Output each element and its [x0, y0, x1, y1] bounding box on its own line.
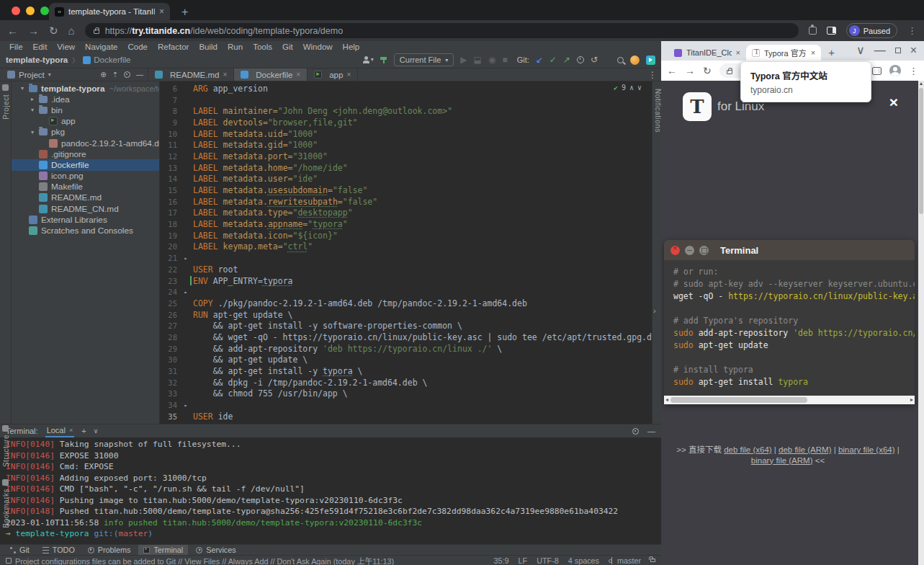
preview-menu-icon[interactable]: ⋮ — [909, 66, 918, 76]
project-stripe-label[interactable]: Project — [2, 94, 10, 120]
editor-tab-app[interactable]: app× — [308, 68, 358, 81]
tree-item-dockerfile[interactable]: Dockerfile — [12, 159, 159, 170]
menu-code[interactable]: Code — [122, 43, 153, 51]
download-link-deb-file-x64[interactable]: deb file (x64) — [724, 445, 771, 454]
page-close-icon[interactable]: × — [889, 94, 898, 111]
terminal-maximize-icon[interactable] — [699, 246, 709, 255]
editor-tab-dockerfile[interactable]: Dockerfile× — [234, 68, 308, 81]
terminal-close-icon[interactable] — [670, 246, 680, 255]
back-icon[interactable]: ← — [7, 25, 18, 36]
tab-options-icon[interactable]: ⋮ — [648, 68, 661, 81]
toolwindow-tab-problems[interactable]: Problems — [83, 545, 136, 556]
close-editor-tab-icon[interactable]: × — [223, 71, 227, 79]
scroll-right-icon[interactable]: ▸ — [910, 396, 913, 404]
expand-panel-icon[interactable]: › — [653, 306, 656, 315]
code-line-16[interactable]: 16LABEL metadata.rewritesubpath="false" — [160, 196, 652, 208]
code-line-20[interactable]: 20LABEL keymap.meta="ctrl" — [160, 241, 652, 253]
tree-item-bin[interactable]: ▾bin — [12, 104, 159, 115]
panel-settings-icon[interactable] — [124, 71, 130, 78]
editor-tab-readme-md[interactable]: README.md× — [148, 68, 234, 81]
toolwindow-tab-terminal[interactable]: Terminal — [138, 545, 188, 556]
bookmarks-stripe-label[interactable]: Bookmarks — [2, 489, 10, 528]
terminal-dropdown-icon[interactable]: ∨ — [94, 427, 99, 435]
structure-stripe-label[interactable]: Structure — [2, 435, 10, 467]
run-icon[interactable]: ▶ — [460, 55, 467, 64]
new-terminal-session-icon[interactable]: + — [81, 427, 86, 435]
code-line-19[interactable]: 19LABEL metadata.icon="${icon}" — [160, 230, 652, 241]
preview-restore-icon[interactable] — [895, 48, 901, 53]
maximize-window-button[interactable] — [40, 6, 49, 15]
preview-forward-icon[interactable]: → — [685, 65, 695, 76]
tab-search-chevron-icon[interactable]: ∨ — [856, 43, 865, 57]
close-preview-tab-icon[interactable]: × — [811, 48, 815, 57]
code-line-21[interactable]: 21▸ — [160, 252, 652, 264]
preview-back-icon[interactable]: ← — [667, 65, 677, 76]
download-link-binary-file-arm[interactable]: binary file (ARM) — [751, 456, 813, 465]
code-line-32[interactable]: 32 && dpkg -i /tmp/pandoc-2.19.2-1-amd64… — [160, 377, 652, 388]
code-line-13[interactable]: 13LABEL metadata.home="/home/ide" — [160, 162, 652, 174]
user-menu-button[interactable]: ▾ — [362, 56, 374, 63]
preview-close-icon[interactable]: × — [910, 44, 917, 57]
tree-item-idea[interactable]: ▸.idea — [12, 94, 159, 104]
tree-item-scratches-and-consoles[interactable]: Scratches and Consoles — [12, 225, 159, 236]
terminal-minimize-icon[interactable] — [685, 246, 694, 255]
git-branch-widget[interactable]: master — [609, 556, 641, 565]
collapsed-chevron-icon[interactable]: ▸ — [31, 96, 39, 102]
code-line-24[interactable]: 24▸ — [160, 286, 652, 298]
profiler-icon[interactable]: ◉ — [488, 55, 495, 64]
close-window-button[interactable] — [12, 6, 20, 15]
breadcrumb-project[interactable]: template-typora — [6, 55, 68, 64]
preview-side-panel-icon[interactable] — [872, 67, 882, 75]
hide-panel-icon[interactable]: — — [136, 71, 143, 79]
code-line-31[interactable]: 31 && apt-get install -y typora \ — [160, 365, 652, 377]
tree-item-pandoc-2-19-2-1-amd64-deb[interactable]: pandoc-2.19.2-1-amd64.deb — [12, 138, 159, 148]
preview-reload-icon[interactable]: ↻ — [703, 65, 712, 76]
code-line-29[interactable]: 29 && add-apt-repository 'deb https://ty… — [160, 343, 652, 355]
tree-item-app[interactable]: app — [12, 116, 159, 127]
debug-icon[interactable]: ⬓ — [474, 55, 482, 64]
toolwindow-tab-todo[interactable]: TODO — [37, 545, 80, 556]
tree-item-external-libraries[interactable]: External Libraries — [12, 214, 159, 225]
titanide-assistant-icon[interactable] — [646, 55, 655, 65]
preview-new-tab-button[interactable]: + — [828, 46, 835, 58]
run-configuration-select[interactable]: Current File▾ — [394, 53, 454, 66]
code-line-25[interactable]: 25COPY ./pkg/pandoc-2.19.2-1-amd64.deb /… — [160, 298, 652, 309]
close-editor-tab-icon[interactable]: × — [296, 71, 300, 79]
next-problem-icon[interactable]: ∨ — [637, 84, 642, 92]
fold-marker-icon[interactable]: ▸ — [181, 289, 190, 295]
code-line-9[interactable]: 9LABEL devtools="browser,file,git" — [160, 117, 652, 128]
scroll-up-icon[interactable] — [920, 82, 923, 85]
code-line-8[interactable]: 8LABEL maintainer="John Deng <john.deng@… — [160, 105, 652, 117]
close-preview-tab-icon[interactable]: × — [736, 48, 740, 57]
side-panel-icon[interactable] — [827, 27, 836, 35]
code-line-17[interactable]: 17LABEL metadata.type="desktopapp" — [160, 208, 652, 219]
prev-problem-icon[interactable]: ∧ — [629, 84, 634, 92]
extensions-icon[interactable] — [809, 27, 817, 35]
project-view-chevron-icon[interactable]: ▾ — [48, 71, 51, 78]
tree-item-readme-cn-md[interactable]: README_CN.md — [12, 203, 159, 214]
minimize-window-button[interactable] — [26, 6, 35, 15]
fold-marker-icon[interactable]: ▸ — [181, 402, 190, 409]
indent-style[interactable]: 4 spaces — [568, 556, 599, 565]
menu-git[interactable]: Git — [277, 43, 298, 51]
editor[interactable]: 6ARG app_version78LABEL maintainer="John… — [160, 81, 652, 424]
reload-icon[interactable]: ↻ — [49, 25, 58, 36]
line-ending[interactable]: LF — [519, 556, 528, 565]
update-notification-icon[interactable] — [630, 55, 640, 65]
page-terminal-body[interactable]: # or run:# sudo apt-key adv --keyserver … — [664, 260, 915, 396]
breadcrumb-file[interactable]: Dockerfile — [94, 55, 130, 64]
menu-build[interactable]: Build — [194, 43, 223, 51]
code-line-15[interactable]: 15LABEL metadata.usesubdomain="false" — [160, 184, 652, 196]
home-icon[interactable]: ⌂ — [68, 25, 75, 36]
structure-stripe-icon[interactable] — [2, 425, 9, 432]
terminal-settings-icon[interactable] — [632, 428, 639, 435]
browser-tab[interactable]: ‹› template-typora - TitanIDE × — [49, 3, 170, 20]
scroll-left-icon[interactable]: ◂ — [665, 396, 668, 404]
status-message[interactable]: Project configurations files can be adde… — [15, 555, 394, 565]
code-line-27[interactable]: 27 && apt-get install -y software-proper… — [160, 320, 652, 332]
preview-tab-typora[interactable]: Typora 官方× — [746, 45, 821, 61]
locate-file-icon[interactable]: ⊕ — [100, 71, 106, 79]
tree-item-icon-png[interactable]: icon.png — [12, 171, 159, 182]
file-encoding[interactable]: UTF-8 — [537, 556, 559, 565]
preview-minimize-icon[interactable]: — — [874, 44, 886, 57]
